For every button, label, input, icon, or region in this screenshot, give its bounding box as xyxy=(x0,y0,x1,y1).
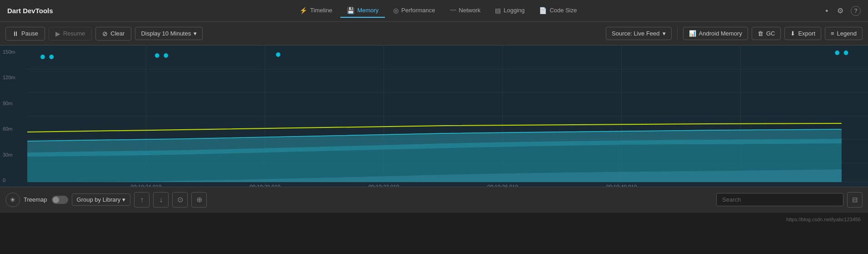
resume-button[interactable]: ▶ Resume xyxy=(49,27,92,41)
tab-performance-label: Performance xyxy=(401,7,435,14)
tab-code-size[interactable]: 📄 Code Size xyxy=(533,4,583,18)
memory-chart[interactable]: 0 30m 60m 90m 120m 150m xyxy=(0,46,868,187)
dart-icon: ⊕ xyxy=(196,195,202,204)
source-label: Source: Live Feed xyxy=(612,30,660,37)
group-by-label: Group by Library xyxy=(77,196,121,203)
resume-label: Resume xyxy=(63,30,85,37)
download-icon: ↓ xyxy=(159,196,163,204)
group-by-chevron-icon: ▾ xyxy=(122,196,125,203)
filter-icon: ⊟ xyxy=(852,196,858,204)
legend-button[interactable]: ≡ Legend xyxy=(825,27,863,40)
upload-icon: ↑ xyxy=(140,196,144,204)
y-label-90m: 90m xyxy=(3,101,25,106)
tab-memory[interactable]: 💾 Memory xyxy=(340,4,385,18)
y-label-30m: 30m xyxy=(3,152,25,157)
clear-button[interactable]: ⊘ Clear xyxy=(95,27,131,41)
x-label-4: 09:19:40.019 xyxy=(606,184,637,187)
tab-logging[interactable]: ▤ Logging xyxy=(489,4,531,18)
upload-icon-button[interactable]: ↑ xyxy=(134,192,150,208)
status-bar: https://blog.csdn.net/lyabc123456 xyxy=(0,212,868,226)
group-by-button[interactable]: Group by Library ▾ xyxy=(72,193,131,206)
target-icon: ⊙ xyxy=(177,195,183,204)
clear-icon: ⊘ xyxy=(102,30,108,37)
chart-dot-4 xyxy=(164,53,168,58)
tab-timeline[interactable]: ⚡ Timeline xyxy=(293,4,339,18)
settings-icon[interactable]: ⚙ xyxy=(835,5,845,17)
dart-icon-button[interactable]: ⊕ xyxy=(191,192,207,208)
chart-dot-7 xyxy=(844,51,848,55)
chart-dot-6 xyxy=(835,51,839,55)
gc-button[interactable]: 🗑 GC xyxy=(752,27,781,40)
memory-icon: 💾 xyxy=(347,7,354,14)
search-input-wrap xyxy=(716,193,843,206)
tab-performance[interactable]: ◎ Performance xyxy=(387,4,441,18)
chart-dot-2 xyxy=(49,55,54,59)
export-button[interactable]: ⬇ Export xyxy=(784,27,821,40)
resume-icon: ▶ xyxy=(55,30,60,37)
chart-dot-3 xyxy=(155,53,160,58)
tab-code-size-label: Code Size xyxy=(549,7,577,14)
x-label-3: 09:19:36.019 xyxy=(487,184,518,187)
app-title: Dart DevTools xyxy=(7,7,53,15)
display-label: Display 10 Minutes xyxy=(141,30,191,37)
performance-icon: ◎ xyxy=(393,7,399,14)
legend-label: Legend xyxy=(837,30,857,37)
treemap-toggle-wrap: Treemap xyxy=(24,196,68,204)
x-label-0: 09:19:24.019 xyxy=(131,184,162,187)
gc-label: GC xyxy=(766,30,775,37)
pause-icon: ⏸ xyxy=(12,30,19,37)
android-memory-label: Android Memory xyxy=(699,30,742,37)
x-label-2: 09:19:32.019 xyxy=(369,184,399,187)
y-label-60m: 60m xyxy=(3,126,25,132)
dot-menu-icon[interactable]: • xyxy=(823,5,830,17)
y-label-150m: 150m xyxy=(3,49,25,55)
legend-icon: ≡ xyxy=(831,30,834,37)
pause-button[interactable]: ⏸ Pause xyxy=(5,27,45,41)
y-label-0: 0 xyxy=(3,178,25,183)
chart-svg: 09:19:24.019 09:19:28.019 09:19:32.019 0… xyxy=(27,46,868,187)
filter-icon-button[interactable]: ⊟ xyxy=(847,192,863,208)
bottom-toolbar: ✳ Treemap Group by Library ▾ ↑ ↓ ⊙ ⊕ ⊟ xyxy=(0,187,868,212)
tab-logging-label: Logging xyxy=(504,7,524,14)
help-icon[interactable]: ? xyxy=(851,6,861,16)
treemap-label: Treemap xyxy=(24,196,47,203)
spider-icon: ✳ xyxy=(10,196,15,203)
x-label-1: 09:19:28.019 xyxy=(249,184,280,187)
search-input[interactable] xyxy=(716,193,843,206)
export-icon: ⬇ xyxy=(790,30,795,37)
download-icon-button[interactable]: ↓ xyxy=(153,192,169,208)
target-icon-button[interactable]: ⊙ xyxy=(172,192,188,208)
memory-toolbar: ⏸ Pause ▶ Resume ⊘ Clear Display 10 Minu… xyxy=(0,22,868,46)
tab-network[interactable]: 〰 Network xyxy=(444,4,487,18)
source-button[interactable]: Source: Live Feed ▾ xyxy=(606,27,672,40)
export-label: Export xyxy=(798,30,815,37)
top-navigation: Dart DevTools ⚡ Timeline 💾 Memory ◎ Perf… xyxy=(0,0,868,22)
nav-tabs: ⚡ Timeline 💾 Memory ◎ Performance 〰 Netw… xyxy=(53,4,824,18)
nav-right-icons: • ⚙ ? xyxy=(823,5,861,17)
tab-timeline-label: Timeline xyxy=(310,7,332,14)
y-label-120m: 120m xyxy=(3,75,25,80)
clear-label: Clear xyxy=(110,30,125,37)
source-chevron-icon: ▾ xyxy=(663,30,666,37)
network-icon: 〰 xyxy=(450,7,456,14)
pause-label: Pause xyxy=(21,30,38,37)
code-size-icon: 📄 xyxy=(539,7,547,14)
gc-icon: 🗑 xyxy=(758,30,763,37)
treemap-toggle[interactable] xyxy=(52,196,68,204)
chart-dot-1 xyxy=(40,55,45,59)
display-dropdown-button[interactable]: Display 10 Minutes ▾ xyxy=(135,27,203,40)
timeline-icon: ⚡ xyxy=(299,7,307,14)
status-url: https://blog.csdn.net/lyabc123456 xyxy=(786,217,861,222)
display-chevron-icon: ▾ xyxy=(194,30,197,37)
logging-icon: ▤ xyxy=(495,7,501,14)
tab-network-label: Network xyxy=(459,7,481,14)
chart-dot-5 xyxy=(276,52,280,57)
toolbar-separator-1 xyxy=(677,27,678,40)
tab-memory-label: Memory xyxy=(357,7,379,14)
android-icon: 📊 xyxy=(689,30,696,37)
treemap-icon-button[interactable]: ✳ xyxy=(5,193,20,207)
android-memory-button[interactable]: 📊 Android Memory xyxy=(683,27,748,40)
